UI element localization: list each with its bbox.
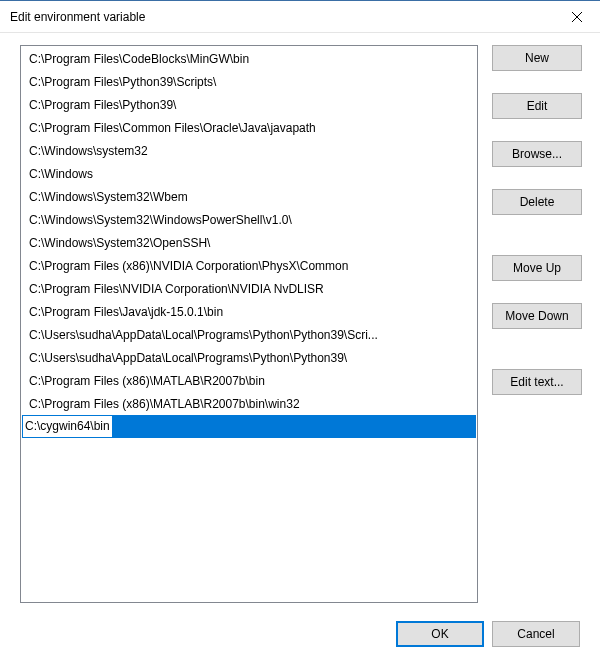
side-button-column: New Edit Browse... Delete Move Up Move D… [492, 45, 582, 603]
titlebar: Edit environment variable [0, 1, 600, 33]
list-item[interactable]: C:\Program Files\Java\jdk-15.0.1\bin [22, 300, 476, 323]
edit-button[interactable]: Edit [492, 93, 582, 119]
list-item-edit-field[interactable]: C:\cygwin64\bin [23, 416, 113, 437]
list-item[interactable]: C:\Users\sudha\AppData\Local\Programs\Py… [22, 323, 476, 346]
ok-button[interactable]: OK [396, 621, 484, 647]
close-button[interactable] [554, 1, 600, 33]
move-down-button[interactable]: Move Down [492, 303, 582, 329]
cancel-button[interactable]: Cancel [492, 621, 580, 647]
move-up-button[interactable]: Move Up [492, 255, 582, 281]
edit-text-button[interactable]: Edit text... [492, 369, 582, 395]
list-item[interactable]: C:\cygwin64\bin [22, 415, 476, 438]
list-item[interactable]: C:\Users\sudha\AppData\Local\Programs\Py… [22, 346, 476, 369]
dialog-window: Edit environment variable C:\Program Fil… [0, 0, 600, 663]
browse-button[interactable]: Browse... [492, 141, 582, 167]
list-item[interactable]: C:\Program Files\Python39\Scripts\ [22, 70, 476, 93]
list-item[interactable]: C:\Windows [22, 162, 476, 185]
new-button[interactable]: New [492, 45, 582, 71]
list-item[interactable]: C:\Program Files (x86)\MATLAB\R2007b\bin [22, 369, 476, 392]
list-item[interactable]: C:\Windows\system32 [22, 139, 476, 162]
selection-highlight [113, 416, 475, 437]
main-row: C:\Program Files\CodeBlocks\MinGW\binC:\… [20, 45, 582, 603]
path-listbox[interactable]: C:\Program Files\CodeBlocks\MinGW\binC:\… [20, 45, 478, 603]
delete-button[interactable]: Delete [492, 189, 582, 215]
list-item[interactable]: C:\Program Files\Common Files\Oracle\Jav… [22, 116, 476, 139]
close-icon [572, 12, 582, 22]
list-item[interactable]: C:\Program Files\NVIDIA Corporation\NVID… [22, 277, 476, 300]
list-item[interactable]: C:\Program Files\Python39\ [22, 93, 476, 116]
dialog-footer: OK Cancel [20, 603, 582, 647]
list-item[interactable]: C:\Program Files (x86)\MATLAB\R2007b\bin… [22, 392, 476, 415]
list-item[interactable]: C:\Windows\System32\WindowsPowerShell\v1… [22, 208, 476, 231]
list-item[interactable]: C:\Program Files\CodeBlocks\MinGW\bin [22, 47, 476, 70]
dialog-title: Edit environment variable [10, 10, 554, 24]
list-item[interactable]: C:\Windows\System32\Wbem [22, 185, 476, 208]
dialog-body: C:\Program Files\CodeBlocks\MinGW\binC:\… [0, 33, 600, 663]
list-item[interactable]: C:\Windows\System32\OpenSSH\ [22, 231, 476, 254]
list-item[interactable]: C:\Program Files (x86)\NVIDIA Corporatio… [22, 254, 476, 277]
